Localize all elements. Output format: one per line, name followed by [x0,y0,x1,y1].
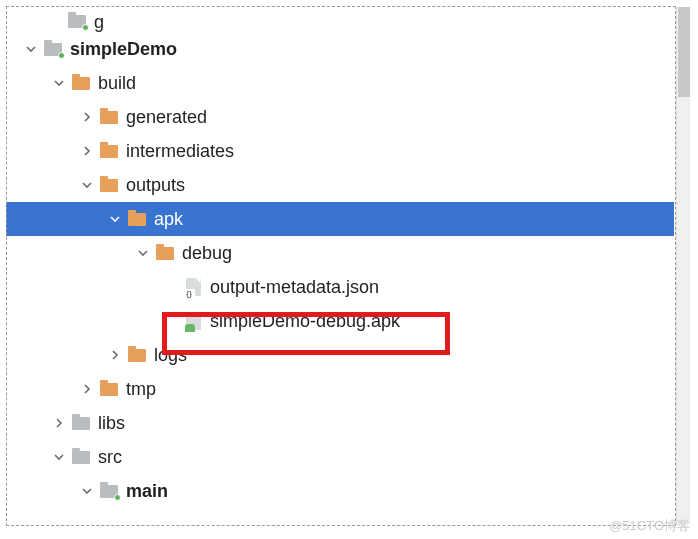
tree-row-output-metadata[interactable]: {} output-metadata.json [6,270,674,304]
tree-label: main [126,482,168,500]
tree-label: outputs [126,176,185,194]
folder-icon [98,107,120,127]
chevron-down-icon[interactable] [78,482,96,500]
tree-label: simpleDemo [70,40,177,58]
chevron-down-icon[interactable] [50,448,68,466]
chevron-down-icon[interactable] [78,176,96,194]
folder-icon [70,413,92,433]
module-folder-icon [42,39,64,59]
tree-row-apk[interactable]: apk [6,202,674,236]
tree-row-tmp[interactable]: tmp [6,372,674,406]
tree-row-libs[interactable]: libs [6,406,674,440]
tree-row-src[interactable]: src [6,440,674,474]
tree-row-simpledemo[interactable]: simpleDemo [6,32,674,66]
tree-label: generated [126,108,207,126]
tree-label: libs [98,414,125,432]
folder-icon [70,447,92,467]
chevron-right-icon[interactable] [106,346,124,364]
folder-icon [70,73,92,93]
tree-row-generated[interactable]: generated [6,100,674,134]
tree-row-outputs[interactable]: outputs [6,168,674,202]
chevron-down-icon[interactable] [106,210,124,228]
chevron-down-icon[interactable] [134,244,152,262]
file-tree[interactable]: g simpleDemo build generated [6,6,674,532]
tree-label: src [98,448,122,466]
folder-icon [154,243,176,263]
folder-icon [98,379,120,399]
scrollbar-thumb[interactable] [678,7,690,97]
tree-label: apk [154,210,183,228]
chevron-right-icon[interactable] [78,142,96,160]
vertical-scrollbar[interactable] [676,7,690,525]
tree-row-debug[interactable]: debug [6,236,674,270]
tree-row-intermediates[interactable]: intermediates [6,134,674,168]
folder-icon [126,345,148,365]
module-folder-icon [98,481,120,501]
tree-label: debug [182,244,232,262]
tree-row-build[interactable]: build [6,66,674,100]
apk-file-icon [182,311,204,331]
chevron-right-icon[interactable] [50,414,68,432]
chevron-right-icon[interactable] [78,108,96,126]
tree-label: build [98,74,136,92]
folder-icon [66,11,88,31]
tree-row-apk-file[interactable]: simpleDemo-debug.apk [6,304,674,338]
tree-row[interactable]: g [6,10,674,32]
tree-row-main[interactable]: main [6,474,674,508]
chevron-down-icon[interactable] [22,40,40,58]
tree-label: logs [154,346,187,364]
tree-label: tmp [126,380,156,398]
folder-icon [98,141,120,161]
tree-row-logs[interactable]: logs [6,338,674,372]
chevron-down-icon[interactable] [50,74,68,92]
chevron-right-icon[interactable] [78,380,96,398]
tree-label: intermediates [126,142,234,160]
watermark: @51CTO博客 [609,517,690,535]
tree-label: simpleDemo-debug.apk [210,312,400,330]
folder-icon [98,175,120,195]
tree-label: g [94,13,104,31]
tree-label: output-metadata.json [210,278,379,296]
json-file-icon: {} [182,277,204,297]
folder-icon [126,209,148,229]
